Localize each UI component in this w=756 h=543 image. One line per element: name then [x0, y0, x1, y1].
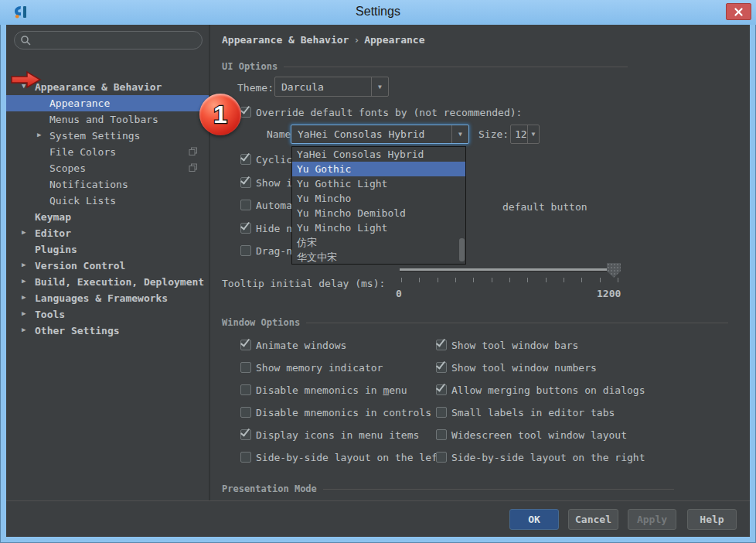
side-by-side-left-row[interactable]: Side-by-side layout on the left: [240, 452, 444, 463]
dialog-footer: OK Cancel Apply Help: [6, 500, 750, 537]
breadcrumb: Appearance & Behavior›Appearance: [222, 34, 424, 46]
sidebar-item-scopes[interactable]: Scopes: [6, 160, 209, 176]
allow-merging-buttons-row[interactable]: Allow merging buttons on dialogs: [436, 384, 645, 396]
sidebar-item-appearance[interactable]: Appearance: [6, 95, 209, 111]
show-tool-window-numbers-checkbox[interactable]: [436, 362, 447, 373]
drag-n-drop-row[interactable]: Drag-n-: [240, 245, 292, 257]
disable-mnemonics-controls-checkbox[interactable]: [240, 407, 251, 418]
sidebar-item-menus-and-toolbars[interactable]: Menus and Toolbars: [6, 111, 209, 128]
shared-settings-icon: [189, 163, 198, 175]
disable-mnemonics-menu-checkbox[interactable]: [240, 384, 251, 395]
font-name-select[interactable]: YaHei Consolas Hybrid ▼: [291, 125, 469, 144]
close-icon: [734, 8, 743, 16]
tooltip-delay-label: Tooltip initial delay (ms):: [222, 278, 385, 289]
section-title: Window Options: [222, 317, 300, 328]
theme-select[interactable]: Darcula ▼: [274, 77, 389, 97]
widescreen-layout-row[interactable]: Widescreen tool window layout: [436, 429, 627, 441]
search-icon: [20, 35, 31, 46]
cyclic-scrolling-checkbox[interactable]: [240, 154, 251, 165]
section-title: UI Options: [222, 61, 278, 72]
font-option[interactable]: Yu Mincho: [292, 191, 465, 206]
disable-mnemonics-controls-row[interactable]: Disable mnemonics in controls: [240, 407, 431, 418]
animate-windows-row[interactable]: Animate windows: [240, 340, 346, 351]
font-option[interactable]: YaHei Consolas Hybrid: [292, 147, 465, 162]
side-by-side-right-checkbox[interactable]: [436, 452, 447, 463]
small-labels-editor-tabs-row[interactable]: Small labels in editor tabs: [436, 407, 615, 418]
font-size-label: Size:: [478, 128, 509, 140]
settings-window: Settings Appearance & Behavior Appearanc…: [0, 0, 756, 543]
sidebar-item-quick-lists[interactable]: Quick Lists: [6, 193, 209, 209]
sidebar-item-tools[interactable]: Tools: [6, 306, 209, 323]
search-box[interactable]: [14, 31, 203, 50]
step-1-badge: 1: [199, 94, 241, 135]
font-size-select[interactable]: 12 ▼: [510, 125, 540, 144]
display-icons-menu-items-checkbox[interactable]: [240, 429, 251, 440]
font-option[interactable]: 华文中宋: [292, 250, 465, 265]
popup-scrollbar-thumb[interactable]: [459, 238, 465, 261]
sidebar-item-notifications[interactable]: Notifications: [6, 176, 209, 193]
chevron-down-icon[interactable]: ▼: [371, 77, 388, 96]
chevron-down-icon[interactable]: ▼: [451, 125, 468, 143]
side-by-side-right-row[interactable]: Side-by-side layout on the right: [436, 452, 645, 463]
hide-navigation-popups-checkbox[interactable]: [240, 223, 251, 234]
sidebar-item-file-colors[interactable]: File Colors: [6, 144, 209, 160]
font-dropdown-popup: YaHei Consolas Hybrid Yu Gothic Yu Gothi…: [291, 146, 466, 265]
auto-position-mouse-label-fragment: default button: [502, 201, 587, 213]
ui-options-section: UI Options: [222, 61, 628, 72]
animate-windows-checkbox[interactable]: [240, 340, 251, 350]
sidebar-item-keymap[interactable]: Keymap: [6, 209, 209, 225]
tooltip-delay-slider-track[interactable]: [400, 268, 621, 271]
override-fonts-checkbox[interactable]: [240, 107, 251, 118]
disable-mnemonics-menu-row[interactable]: Disable mnemonics in menu: [240, 384, 407, 396]
slider-min-label: 0: [396, 288, 402, 299]
sidebar-item-system-settings[interactable]: System Settings: [6, 128, 209, 144]
slider-max-label: 1200: [597, 288, 621, 299]
cyclic-scrolling-row[interactable]: Cyclic: [240, 154, 292, 166]
font-option[interactable]: Yu Gothic Light: [292, 176, 465, 191]
show-memory-indicator-row[interactable]: Show memory indicator: [240, 362, 383, 374]
font-option[interactable]: Yu Mincho Demibold: [292, 206, 465, 220]
ok-button[interactable]: OK: [509, 509, 559, 530]
help-button[interactable]: Help: [687, 509, 737, 530]
chevron-down-icon[interactable]: ▼: [527, 125, 539, 143]
badge-number: 1: [213, 101, 227, 128]
theme-label: Theme:: [237, 82, 274, 94]
auto-position-mouse-row[interactable]: Automat: [240, 200, 292, 211]
show-tool-window-numbers-row[interactable]: Show tool window numbers: [436, 362, 597, 374]
sidebar-item-editor[interactable]: Editor: [6, 225, 209, 241]
cancel-button[interactable]: Cancel: [568, 509, 618, 530]
sidebar-item-plugins[interactable]: Plugins: [6, 241, 209, 258]
auto-position-mouse-checkbox[interactable]: [240, 200, 251, 210]
shared-settings-icon: [189, 147, 198, 159]
window-title: Settings: [0, 5, 756, 19]
window-options-section: Window Options: [222, 317, 728, 328]
sidebar-item-version-control[interactable]: Version Control: [6, 258, 209, 274]
allow-merging-buttons-checkbox[interactable]: [436, 384, 447, 395]
apply-button: Apply: [628, 509, 676, 530]
widescreen-layout-checkbox[interactable]: [436, 429, 447, 440]
presentation-mode-section: Presentation Mode: [222, 483, 674, 494]
sidebar-item-languages-frameworks[interactable]: Languages & Frameworks: [6, 290, 209, 306]
show-tool-window-bars-row[interactable]: Show tool window bars: [436, 340, 578, 351]
display-icons-menu-items-row[interactable]: Display icons in menu items: [240, 429, 419, 441]
search-input[interactable]: [34, 35, 189, 46]
show-memory-indicator-checkbox[interactable]: [240, 362, 251, 373]
titlebar: Settings: [0, 0, 756, 25]
show-icons-checkbox[interactable]: [240, 177, 251, 188]
show-tool-window-bars-checkbox[interactable]: [436, 340, 447, 350]
side-by-side-left-checkbox[interactable]: [240, 452, 251, 463]
sidebar-item-build-execution-deployment[interactable]: Build, Execution, Deployment: [6, 274, 209, 290]
small-labels-editor-tabs-checkbox[interactable]: [436, 407, 447, 418]
font-option[interactable]: Yu Mincho Light: [292, 220, 465, 235]
show-icons-row[interactable]: Show ic: [240, 177, 292, 189]
close-button[interactable]: [726, 3, 751, 20]
drag-n-drop-checkbox[interactable]: [240, 245, 251, 256]
section-title: Presentation Mode: [222, 483, 317, 494]
red-arrow-annotation: [11, 70, 42, 92]
font-option[interactable]: Yu Gothic: [292, 162, 465, 176]
settings-sidebar: Appearance & Behavior Appearance Menus a…: [6, 25, 209, 500]
hide-navigation-popups-row[interactable]: Hide na: [240, 223, 292, 234]
override-fonts-row[interactable]: Override default fonts by (not recommend…: [240, 107, 522, 118]
font-option[interactable]: 仿宋: [292, 235, 465, 250]
sidebar-item-other-settings[interactable]: Other Settings: [6, 323, 209, 339]
